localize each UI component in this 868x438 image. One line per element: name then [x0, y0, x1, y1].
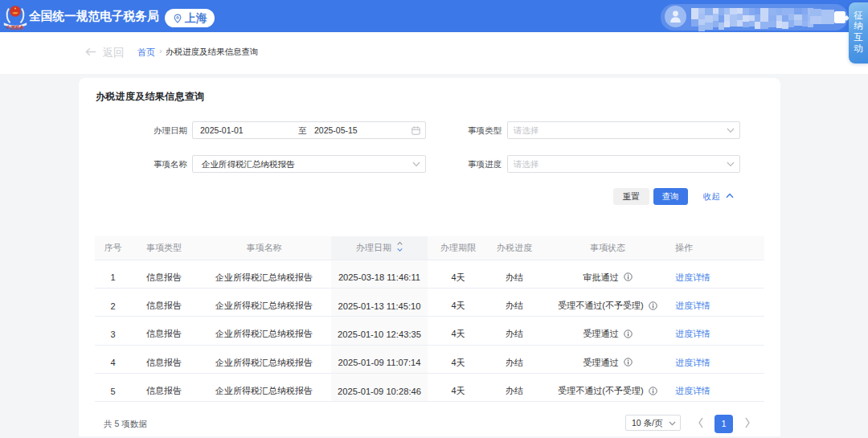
svg-text:中国税务: 中国税务	[6, 25, 25, 31]
